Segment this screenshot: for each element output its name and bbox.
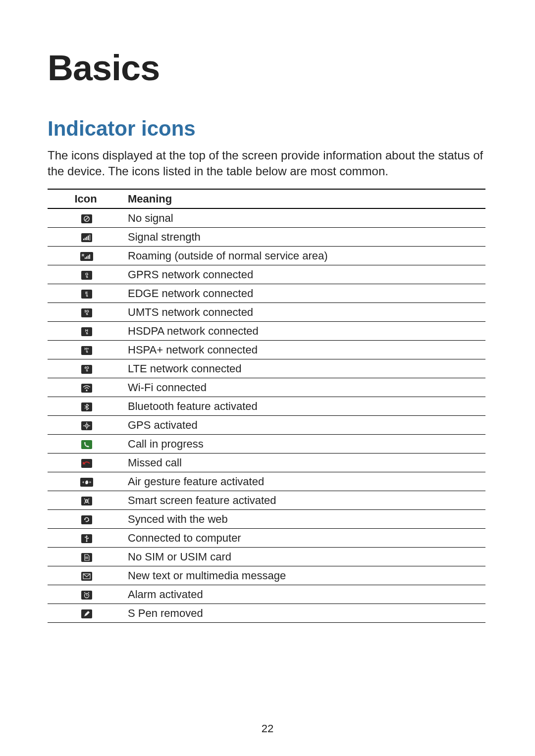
chapter-title: Basics xyxy=(48,48,487,88)
table-row: GPS activated xyxy=(48,415,485,434)
svg-point-15 xyxy=(86,425,87,426)
meaning-cell: HSPA+ network connected xyxy=(126,340,485,359)
smart-screen-icon xyxy=(81,497,92,505)
no-sim-icon xyxy=(81,553,92,562)
meaning-cell: Roaming (outside of normal service area) xyxy=(126,246,485,265)
table-header-icon: Icon xyxy=(48,189,126,208)
meaning-cell: Signal strength xyxy=(126,227,485,246)
message-icon xyxy=(81,572,92,581)
table-row: G⇅ GPRS network connected xyxy=(48,265,485,284)
svg-rect-8 xyxy=(85,257,86,259)
table-row: E⇅ EDGE network connected xyxy=(48,284,485,302)
meaning-cell: Synced with the web xyxy=(126,509,485,528)
air-gesture-icon xyxy=(80,478,93,487)
svg-rect-2 xyxy=(83,239,84,240)
bluetooth-icon xyxy=(81,403,92,411)
svg-rect-10 xyxy=(88,255,89,259)
edge-icon: E⇅ xyxy=(81,290,92,299)
meaning-cell: S Pen removed xyxy=(126,604,485,622)
hsdpa-icon: H⇅ xyxy=(81,327,92,336)
svg-rect-11 xyxy=(89,254,90,259)
s-pen-icon xyxy=(81,609,92,618)
gprs-icon: G⇅ xyxy=(81,271,92,280)
svg-rect-9 xyxy=(86,256,87,259)
gps-icon xyxy=(81,421,92,430)
meaning-cell: No SIM or USIM card xyxy=(126,547,485,566)
page-number: 22 xyxy=(0,722,535,735)
roaming-icon: R xyxy=(80,252,93,261)
meaning-cell: EDGE network connected xyxy=(126,284,485,302)
table-row: Signal strength xyxy=(48,227,485,246)
table-row: Alarm activated xyxy=(48,585,485,604)
table-row: 4G⇅ LTE network connected xyxy=(48,359,485,378)
table-row: Synced with the web xyxy=(48,509,485,528)
meaning-cell: GPRS network connected xyxy=(126,265,485,284)
svg-rect-6 xyxy=(89,235,90,240)
table-row: Smart screen feature activated xyxy=(48,491,485,509)
table-header-meaning: Meaning xyxy=(126,189,485,208)
table-row: Bluetooth feature activated xyxy=(48,397,485,415)
svg-marker-26 xyxy=(86,535,88,537)
indicator-icons-table: Icon Meaning No signal Signal strength R xyxy=(48,189,485,623)
lte-icon: 4G⇅ xyxy=(81,365,92,374)
meaning-cell: Connected to computer xyxy=(126,528,485,547)
svg-marker-13 xyxy=(86,390,88,391)
svg-point-27 xyxy=(85,537,86,538)
meaning-cell: Bluetooth feature activated xyxy=(126,397,485,415)
svg-rect-28 xyxy=(88,538,89,539)
table-row: H+⇅ HSPA+ network connected xyxy=(48,340,485,359)
section-intro: The icons displayed at the top of the sc… xyxy=(48,148,487,180)
wifi-icon xyxy=(81,384,92,393)
table-row: Call in progress xyxy=(48,434,485,453)
meaning-cell: Missed call xyxy=(126,453,485,472)
table-row: H⇅ HSDPA network connected xyxy=(48,321,485,340)
meaning-cell: Call in progress xyxy=(126,434,485,453)
meaning-cell: No signal xyxy=(126,208,485,228)
meaning-cell: LTE network connected xyxy=(126,359,485,378)
table-row: New text or multimedia message xyxy=(48,566,485,585)
missed-call-icon xyxy=(81,459,92,468)
alarm-icon xyxy=(81,591,92,600)
table-row: Air gesture feature activated xyxy=(48,472,485,491)
umts-icon: 3G⇅ xyxy=(81,308,92,317)
meaning-cell: UMTS network connected xyxy=(126,302,485,321)
svg-line-1 xyxy=(85,217,89,220)
table-row: Connected to computer xyxy=(48,528,485,547)
svg-text:R: R xyxy=(82,253,84,257)
meaning-cell: Alarm activated xyxy=(126,585,485,604)
meaning-cell: Smart screen feature activated xyxy=(126,491,485,509)
table-row: No SIM or USIM card xyxy=(48,547,485,566)
svg-line-37 xyxy=(88,592,89,593)
section-title: Indicator icons xyxy=(48,117,487,141)
table-row: S Pen removed xyxy=(48,604,485,622)
svg-point-21 xyxy=(86,500,88,502)
sync-icon xyxy=(81,515,92,524)
table-row: Wi-Fi connected xyxy=(48,378,485,397)
signal-strength-icon xyxy=(81,233,92,242)
table-row: 3G⇅ UMTS network connected xyxy=(48,302,485,321)
meaning-cell: Air gesture feature activated xyxy=(126,472,485,491)
svg-line-36 xyxy=(84,592,85,593)
meaning-cell: Wi-Fi connected xyxy=(126,378,485,397)
svg-rect-3 xyxy=(85,238,86,240)
table-row: R Roaming (outside of normal service are… xyxy=(48,246,485,265)
svg-point-25 xyxy=(86,540,88,542)
call-icon xyxy=(81,440,92,449)
svg-rect-4 xyxy=(86,237,87,240)
meaning-cell: GPS activated xyxy=(126,415,485,434)
table-row: Missed call xyxy=(48,453,485,472)
svg-rect-5 xyxy=(88,236,89,240)
hspa-plus-icon: H+⇅ xyxy=(81,346,92,355)
no-signal-icon xyxy=(81,214,92,223)
manual-page: Basics Indicator icons The icons display… xyxy=(0,0,535,756)
table-row: No signal xyxy=(48,208,485,228)
meaning-cell: HSDPA network connected xyxy=(126,321,485,340)
usb-icon xyxy=(81,534,92,543)
meaning-cell: New text or multimedia message xyxy=(126,566,485,585)
